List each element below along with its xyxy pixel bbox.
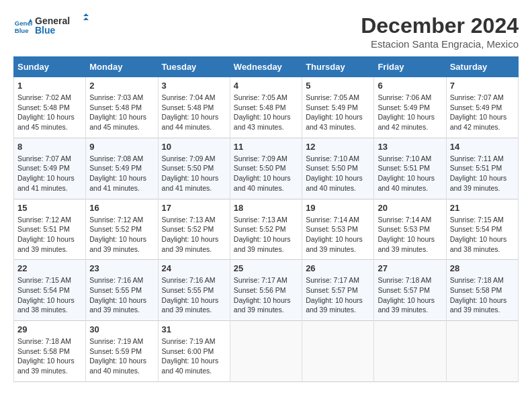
day-info: Sunrise: 7:14 AM Sunset: 5:53 PM Dayligh… xyxy=(306,215,370,255)
day-number: 8 xyxy=(17,142,82,152)
day-number: 9 xyxy=(89,142,154,152)
calendar-cell: 22 Sunrise: 7:15 AM Sunset: 5:54 PM Dayl… xyxy=(14,260,86,321)
calendar-week-row: 15 Sunrise: 7:12 AM Sunset: 5:51 PM Dayl… xyxy=(14,199,519,260)
logo: General Blue General Blue xyxy=(13,13,89,40)
day-info: Sunrise: 7:17 AM Sunset: 5:56 PM Dayligh… xyxy=(234,275,298,315)
day-info: Sunrise: 7:17 AM Sunset: 5:57 PM Dayligh… xyxy=(306,275,370,315)
day-info: Sunrise: 7:09 AM Sunset: 5:50 PM Dayligh… xyxy=(234,154,298,193)
calendar-cell: 29 Sunrise: 7:18 AM Sunset: 5:58 PM Dayl… xyxy=(14,321,86,382)
day-info: Sunrise: 7:10 AM Sunset: 5:50 PM Dayligh… xyxy=(306,154,370,193)
day-number: 16 xyxy=(89,203,154,213)
day-info: Sunrise: 7:19 AM Sunset: 6:00 PM Dayligh… xyxy=(162,336,226,376)
day-info: Sunrise: 7:15 AM Sunset: 5:54 PM Dayligh… xyxy=(450,215,515,255)
calendar-cell: 31 Sunrise: 7:19 AM Sunset: 6:00 PM Dayl… xyxy=(158,321,230,382)
day-number: 14 xyxy=(450,142,515,152)
day-info: Sunrise: 7:18 AM Sunset: 5:58 PM Dayligh… xyxy=(17,336,82,376)
calendar-cell: 18 Sunrise: 7:13 AM Sunset: 5:52 PM Dayl… xyxy=(230,199,302,260)
day-info: Sunrise: 7:14 AM Sunset: 5:53 PM Dayligh… xyxy=(378,215,442,255)
logo-icon: General Blue xyxy=(13,17,32,36)
calendar-cell xyxy=(302,321,374,382)
day-number: 11 xyxy=(234,142,298,152)
calendar-cell: 23 Sunrise: 7:16 AM Sunset: 5:55 PM Dayl… xyxy=(86,260,158,321)
day-number: 13 xyxy=(378,142,442,152)
day-number: 6 xyxy=(378,81,442,91)
calendar-cell: 8 Sunrise: 7:07 AM Sunset: 5:49 PM Dayli… xyxy=(14,138,86,199)
day-number: 23 xyxy=(89,263,154,273)
day-info: Sunrise: 7:18 AM Sunset: 5:58 PM Dayligh… xyxy=(450,275,515,315)
day-info: Sunrise: 7:07 AM Sunset: 5:49 PM Dayligh… xyxy=(450,93,515,132)
calendar-table: SundayMondayTuesdayWednesdayThursdayFrid… xyxy=(13,56,519,382)
day-info: Sunrise: 7:09 AM Sunset: 5:50 PM Dayligh… xyxy=(162,154,226,193)
day-number: 17 xyxy=(162,203,226,213)
day-info: Sunrise: 7:16 AM Sunset: 5:55 PM Dayligh… xyxy=(162,275,226,315)
day-number: 1 xyxy=(17,81,82,91)
weekday-header: Thursday xyxy=(302,57,374,77)
calendar-cell: 12 Sunrise: 7:10 AM Sunset: 5:50 PM Dayl… xyxy=(302,138,374,199)
day-info: Sunrise: 7:15 AM Sunset: 5:54 PM Dayligh… xyxy=(17,275,82,315)
day-number: 3 xyxy=(162,81,226,91)
logo-svg: General Blue xyxy=(35,13,89,38)
calendar-cell: 4 Sunrise: 7:05 AM Sunset: 5:48 PM Dayli… xyxy=(230,77,302,138)
day-info: Sunrise: 7:10 AM Sunset: 5:51 PM Dayligh… xyxy=(378,154,442,193)
day-number: 10 xyxy=(162,142,226,152)
day-info: Sunrise: 7:16 AM Sunset: 5:55 PM Dayligh… xyxy=(89,275,154,315)
day-info: Sunrise: 7:02 AM Sunset: 5:48 PM Dayligh… xyxy=(17,93,82,132)
calendar-cell: 5 Sunrise: 7:05 AM Sunset: 5:49 PM Dayli… xyxy=(302,77,374,138)
title-block: December 2024 Estacion Santa Engracia, M… xyxy=(361,13,519,50)
weekday-header: Sunday xyxy=(14,57,86,77)
calendar-cell: 9 Sunrise: 7:08 AM Sunset: 5:49 PM Dayli… xyxy=(86,138,158,199)
calendar-cell: 11 Sunrise: 7:09 AM Sunset: 5:50 PM Dayl… xyxy=(230,138,302,199)
day-number: 21 xyxy=(450,203,515,213)
day-number: 20 xyxy=(378,203,442,213)
day-info: Sunrise: 7:04 AM Sunset: 5:48 PM Dayligh… xyxy=(162,93,226,132)
calendar-cell: 17 Sunrise: 7:13 AM Sunset: 5:52 PM Dayl… xyxy=(158,199,230,260)
calendar-cell: 2 Sunrise: 7:03 AM Sunset: 5:48 PM Dayli… xyxy=(86,77,158,138)
day-info: Sunrise: 7:13 AM Sunset: 5:52 PM Dayligh… xyxy=(162,215,226,255)
calendar-cell: 3 Sunrise: 7:04 AM Sunset: 5:48 PM Dayli… xyxy=(158,77,230,138)
calendar-cell: 15 Sunrise: 7:12 AM Sunset: 5:51 PM Dayl… xyxy=(14,199,86,260)
day-number: 29 xyxy=(17,324,82,334)
day-number: 5 xyxy=(306,81,370,91)
month-title: December 2024 xyxy=(361,13,519,38)
day-info: Sunrise: 7:13 AM Sunset: 5:52 PM Dayligh… xyxy=(234,215,298,255)
day-number: 27 xyxy=(378,263,442,273)
day-number: 15 xyxy=(17,203,82,213)
day-info: Sunrise: 7:18 AM Sunset: 5:57 PM Dayligh… xyxy=(378,275,442,315)
weekday-header: Friday xyxy=(374,57,446,77)
calendar-week-row: 1 Sunrise: 7:02 AM Sunset: 5:48 PM Dayli… xyxy=(14,77,519,138)
svg-text:Blue: Blue xyxy=(15,27,29,34)
day-info: Sunrise: 7:05 AM Sunset: 5:49 PM Dayligh… xyxy=(306,93,370,132)
day-number: 31 xyxy=(162,324,226,334)
calendar-cell: 13 Sunrise: 7:10 AM Sunset: 5:51 PM Dayl… xyxy=(374,138,446,199)
location: Estacion Santa Engracia, Mexico xyxy=(361,38,519,50)
calendar-cell: 25 Sunrise: 7:17 AM Sunset: 5:56 PM Dayl… xyxy=(230,260,302,321)
calendar-cell: 14 Sunrise: 7:11 AM Sunset: 5:51 PM Dayl… xyxy=(446,138,518,199)
day-number: 22 xyxy=(17,263,82,273)
day-number: 25 xyxy=(234,263,298,273)
calendar-cell: 10 Sunrise: 7:09 AM Sunset: 5:50 PM Dayl… xyxy=(158,138,230,199)
day-number: 24 xyxy=(162,263,226,273)
day-info: Sunrise: 7:19 AM Sunset: 5:59 PM Dayligh… xyxy=(89,336,154,376)
day-info: Sunrise: 7:11 AM Sunset: 5:51 PM Dayligh… xyxy=(450,154,515,193)
calendar-cell: 26 Sunrise: 7:17 AM Sunset: 5:57 PM Dayl… xyxy=(302,260,374,321)
day-number: 4 xyxy=(234,81,298,91)
calendar-cell xyxy=(446,321,518,382)
page-header: General Blue General Blue December 2024 … xyxy=(13,13,519,50)
day-info: Sunrise: 7:08 AM Sunset: 5:49 PM Dayligh… xyxy=(89,154,154,193)
calendar-cell: 6 Sunrise: 7:06 AM Sunset: 5:49 PM Dayli… xyxy=(374,77,446,138)
calendar-cell: 21 Sunrise: 7:15 AM Sunset: 5:54 PM Dayl… xyxy=(446,199,518,260)
day-info: Sunrise: 7:12 AM Sunset: 5:51 PM Dayligh… xyxy=(17,215,82,255)
calendar-cell: 20 Sunrise: 7:14 AM Sunset: 5:53 PM Dayl… xyxy=(374,199,446,260)
day-number: 19 xyxy=(306,203,370,213)
day-number: 28 xyxy=(450,263,515,273)
day-number: 7 xyxy=(450,81,515,91)
weekday-header: Tuesday xyxy=(158,57,230,77)
svg-marker-6 xyxy=(83,17,89,20)
weekday-header: Wednesday xyxy=(230,57,302,77)
svg-marker-5 xyxy=(83,13,89,16)
calendar-cell xyxy=(230,321,302,382)
day-number: 26 xyxy=(306,263,370,273)
day-info: Sunrise: 7:07 AM Sunset: 5:49 PM Dayligh… xyxy=(17,154,82,193)
weekday-header-row: SundayMondayTuesdayWednesdayThursdayFrid… xyxy=(14,57,519,77)
svg-text:Blue: Blue xyxy=(35,25,56,36)
